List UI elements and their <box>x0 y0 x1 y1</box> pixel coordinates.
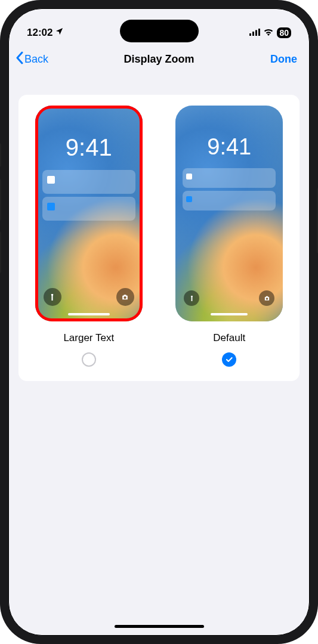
camera-icon <box>116 288 134 306</box>
side-button <box>0 143 1 167</box>
iphone-frame: 12:02 80 <box>0 0 318 644</box>
preview-clock: 9:41 <box>66 134 112 161</box>
checkmark-icon <box>225 355 233 364</box>
location-icon <box>55 27 64 39</box>
radio-larger-text[interactable] <box>82 352 96 367</box>
preview-larger-text: 9:41 <box>35 106 143 321</box>
back-label: Back <box>24 53 48 66</box>
preview-default: 9:41 <box>175 106 283 321</box>
radio-default[interactable] <box>222 352 236 367</box>
notification-preview <box>42 170 135 194</box>
dynamic-island <box>120 20 199 42</box>
side-button <box>0 231 1 273</box>
svg-rect-0 <box>249 33 251 36</box>
flashlight-icon <box>44 288 61 306</box>
home-indicator[interactable] <box>115 625 204 628</box>
option-default[interactable]: 9:41 Default <box>168 106 291 367</box>
cellular-icon <box>249 27 260 38</box>
preview-clock: 9:41 <box>207 134 251 160</box>
battery-icon: 80 <box>277 27 291 38</box>
wifi-icon <box>263 27 274 38</box>
side-button <box>0 179 1 221</box>
done-button[interactable]: Done <box>270 53 297 66</box>
status-right: 80 <box>249 27 291 38</box>
battery-level: 80 <box>279 28 289 38</box>
screen: 12:02 80 <box>8 8 310 636</box>
nav-bar: Back Display Zoom Done <box>9 44 309 75</box>
home-indicator-preview <box>211 313 248 315</box>
notification-preview <box>42 197 135 221</box>
option-larger-text[interactable]: 9:41 Larger Text <box>27 106 150 367</box>
back-button[interactable]: Back <box>15 51 48 67</box>
option-label: Default <box>213 332 245 344</box>
svg-rect-1 <box>252 32 254 36</box>
svg-rect-2 <box>255 30 257 36</box>
home-indicator-preview <box>68 313 110 315</box>
status-left: 12:02 <box>27 27 64 39</box>
option-label: Larger Text <box>63 332 114 344</box>
status-time: 12:02 <box>27 27 53 39</box>
content-area: 9:41 Larger Text <box>9 75 309 381</box>
notification-preview <box>183 168 276 188</box>
svg-rect-3 <box>258 29 260 36</box>
options-card: 9:41 Larger Text <box>18 95 300 381</box>
page-title: Display Zoom <box>124 53 194 66</box>
chevron-left-icon <box>15 51 24 67</box>
notification-preview <box>183 191 276 210</box>
